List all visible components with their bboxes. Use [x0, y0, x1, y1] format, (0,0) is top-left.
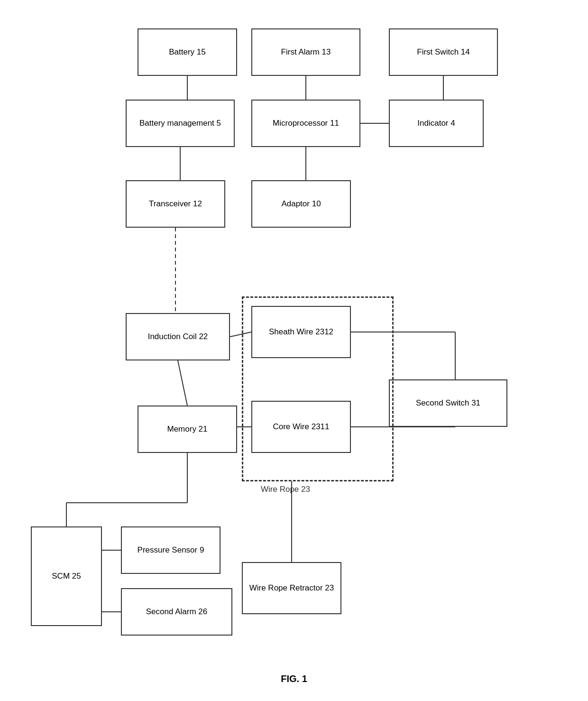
diagram-container: Battery 15 First Alarm 13 First Switch 1… — [0, 0, 588, 701]
wire-rope-label: Wire Rope 23 — [261, 485, 310, 494]
adaptor-box: Adaptor 10 — [251, 180, 351, 228]
microprocessor-box: Microprocessor 11 — [251, 100, 360, 147]
battery-mgmt-box: Battery management 5 — [126, 100, 235, 147]
svg-line-12 — [178, 360, 187, 406]
transceiver-box: Transceiver 12 — [126, 180, 225, 228]
induction-coil-box: Induction Coil 22 — [126, 313, 230, 360]
battery-box: Battery 15 — [138, 28, 237, 76]
scm-box: SCM 25 — [31, 526, 102, 626]
first-switch-box: First Switch 14 — [389, 28, 498, 76]
wire-rope-dashed-box — [242, 296, 394, 481]
wire-rope-retractor-box: Wire Rope Retractor 23 — [242, 562, 341, 614]
second-switch-box: Second Switch 31 — [389, 379, 507, 427]
second-alarm-box: Second Alarm 26 — [121, 588, 232, 636]
first-alarm-box: First Alarm 13 — [251, 28, 360, 76]
indicator-box: Indicator 4 — [389, 100, 484, 147]
memory-box: Memory 21 — [138, 406, 237, 453]
pressure-sensor-box: Pressure Sensor 9 — [121, 526, 220, 574]
fig-label: FIG. 1 — [266, 673, 322, 684]
